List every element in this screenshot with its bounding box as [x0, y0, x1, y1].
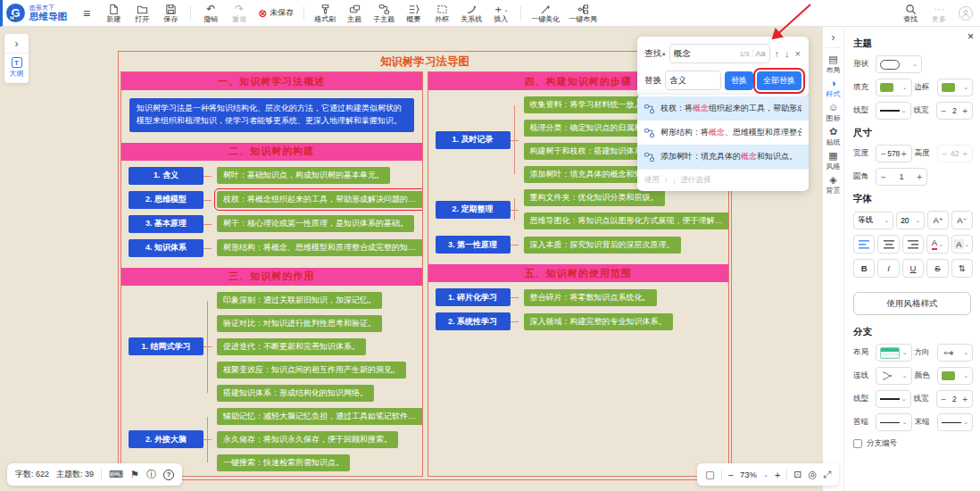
zoom-level[interactable]: 73% [740, 470, 757, 479]
user-avatar[interactable] [959, 6, 973, 21]
subtopic-button[interactable]: 子主题 [369, 0, 399, 27]
close-dialog-icon[interactable]: × [794, 48, 801, 59]
zoom-caret-icon[interactable]: ⌄ [763, 471, 768, 479]
highlight-color-dropdown[interactable]: A⌄ [951, 235, 973, 254]
case-sensitive-toggle[interactable]: Aa [752, 49, 766, 58]
beautify-button[interactable]: 一键美化 [527, 0, 564, 27]
plus-icon[interactable]: + [901, 149, 907, 159]
flag-icon[interactable]: ⚑ [130, 469, 139, 480]
rail-item-sticker[interactable]: ✿贴纸 [826, 127, 841, 147]
plus-icon[interactable]: + [962, 395, 968, 404]
line-type-dropdown[interactable]: ⌄ [876, 102, 911, 120]
child-node[interactable]: 永久储存：将知识永久保存，便于回顾和搜索。 [217, 431, 398, 448]
save-button[interactable]: 保存 [156, 0, 185, 27]
line-height-button[interactable]: ⇅ [951, 259, 973, 278]
child-node[interactable]: 重构文件夹：优化知识分类和层级。 [524, 189, 665, 206]
branch-layout-dropdown[interactable]: ⌄ [876, 344, 912, 362]
app-logo[interactable]: GM 图形天下 思维导图 [3, 4, 74, 22]
fullscreen-icon[interactable]: ⤢ [823, 469, 831, 480]
zoom-out-icon[interactable]: − [728, 470, 734, 480]
auto-layout-button[interactable]: 一键布局 [564, 0, 602, 27]
frame-button[interactable]: 外框 [428, 0, 456, 27]
branch-color-dropdown[interactable]: ⌄ [937, 367, 974, 385]
more-button[interactable]: ··· 更多 [925, 0, 953, 27]
branch-number-checkbox[interactable]: 分支编号 [853, 438, 971, 449]
direction-dropdown[interactable]: ⌄ [937, 344, 974, 362]
child-node[interactable]: 搭建知识体系：形成结构化的知识网络。 [217, 385, 374, 402]
replace-input[interactable]: 含义 [665, 71, 721, 90]
info-icon[interactable]: ⓘ [146, 468, 156, 481]
branch-line-type-dropdown[interactable]: ⌄ [876, 390, 911, 408]
redo-button[interactable]: ↷ 重做 [225, 0, 253, 27]
child-node[interactable]: 枝杈：将概念组织起来的工具，帮助形成解决问题的策略。 [217, 191, 423, 208]
child-node[interactable]: 深入领域：构建完整的专业知识体系。 [524, 313, 673, 330]
outline-button[interactable]: T 大纲 [10, 57, 24, 79]
align-center-button[interactable] [877, 235, 899, 254]
plus-icon[interactable]: + [962, 106, 968, 116]
minus-icon[interactable]: − [942, 106, 947, 116]
find-next-icon[interactable]: ↓ [784, 48, 791, 59]
search-result-item[interactable]: 树形结构：将概念、思维模型和原理整合成完整的... [637, 121, 809, 145]
child-node[interactable]: 核聚变效应：知识点间的相互作用产生新的洞见。 [217, 362, 406, 379]
child-node[interactable]: 一键搜索：快速检索所需知识点。 [217, 454, 350, 471]
parent-node[interactable]: 2. 定期整理 [436, 201, 511, 219]
use-style-button[interactable]: 使用风格样式 [853, 292, 971, 315]
section-header-node[interactable]: 三、知识树的作用 [121, 268, 422, 286]
zoom-in-icon[interactable]: + [775, 470, 780, 480]
width-stepper[interactable]: −578+ [876, 145, 912, 162]
close-panel-icon[interactable]: × [968, 31, 974, 42]
font-color-dropdown[interactable]: A⌄ [926, 235, 948, 254]
child-node[interactable]: 树叶：基础知识点，构成知识树的基本单元。 [217, 167, 390, 184]
minus-icon[interactable]: − [881, 149, 886, 159]
expand-left-rail-icon[interactable]: › [4, 38, 29, 54]
arrow-start-dropdown[interactable]: ⌄ [876, 413, 912, 431]
underline-button[interactable]: U [902, 259, 924, 278]
parent-node[interactable]: 3. 基本原理 [129, 215, 203, 233]
child-node[interactable]: 深入本质：探究知识背后的深层次原理。 [524, 237, 681, 254]
rail-item-background[interactable]: ◈背景 [826, 175, 841, 196]
child-node[interactable]: 印象深刻：通过关联新旧知识，加深记忆。 [217, 292, 382, 309]
relation-line-button[interactable]: 关系线 [456, 0, 486, 27]
search-result-item[interactable]: 枝杈：将概念组织起来的工具，帮助形成解决问题... [637, 96, 809, 121]
child-node[interactable]: 思维导图化：将知识点以图形化方式展现，便于理解和记忆。 [524, 212, 730, 229]
branch-line-width-stepper[interactable]: −2+ [936, 390, 974, 408]
fit-screen-icon[interactable]: ⊡ [793, 469, 801, 480]
italic-button[interactable]: I [877, 259, 899, 278]
child-node[interactable]: 整合碎片：将零散知识点系统化。 [524, 289, 657, 306]
child-node[interactable]: 树形结构：将概念、思维模型和原理整合成完整的知识框架。 [217, 239, 423, 256]
font-decrease-button[interactable]: A⁻ [951, 211, 973, 229]
align-right-button[interactable] [902, 235, 924, 254]
find-previous-icon[interactable]: ↑ [774, 48, 781, 59]
parent-node[interactable]: 3. 第一性原理 [436, 236, 511, 254]
replace-all-button[interactable]: 全部替换 [757, 71, 801, 90]
topic-button[interactable]: 主题 [340, 0, 369, 27]
connline-dropdown[interactable]: ⌄ [876, 367, 912, 385]
minimap-icon[interactable]: ▢ [705, 469, 714, 480]
menu-hamburger-icon[interactable]: ≡ [74, 6, 99, 21]
section-header-node[interactable]: 五、知识树的使用范围 [428, 264, 729, 282]
section-header-node[interactable]: 一、知识树学习法概述 [121, 72, 422, 90]
mindmap-canvas[interactable]: › T 大纲 知识树学习法导图 一、知识树学习法概述知识树学习法是一种将知识结构… [0, 27, 822, 491]
plus-icon[interactable]: + [917, 172, 922, 182]
minus-icon[interactable]: − [881, 172, 886, 182]
help-icon[interactable]: ? [163, 470, 174, 480]
line-width-stepper[interactable]: −2+ [936, 102, 974, 120]
child-node[interactable]: 促进迭代：不断更新和完善知识体系。 [217, 338, 366, 355]
find-button[interactable]: 查找 [896, 0, 925, 27]
parent-node[interactable]: 1. 碎片化学习 [436, 288, 511, 306]
locate-center-icon[interactable]: ◎ [809, 469, 818, 480]
bold-button[interactable]: B [853, 259, 875, 278]
fill-color-dropdown[interactable]: ⌄ [876, 79, 912, 96]
parent-node[interactable]: 2. 思维模型 [129, 191, 203, 209]
find-mode-toggle[interactable]: 查找▴ [644, 48, 666, 60]
parent-node[interactable]: 2. 系统性学习 [436, 312, 511, 330]
parent-node[interactable]: 1. 含义 [129, 167, 203, 185]
align-left-button[interactable] [853, 235, 875, 254]
parent-node[interactable]: 2. 外接大脑 [129, 430, 203, 448]
child-node[interactable]: 验证对比：对知识进行批判性思考和验证。 [217, 315, 382, 332]
replace-button[interactable]: 替换 [725, 71, 753, 90]
format-painter-button[interactable]: 格式刷 [310, 0, 340, 27]
new-button[interactable]: 新建 [99, 0, 128, 27]
font-family-dropdown[interactable]: 等线⌄ [853, 212, 893, 229]
arrow-end-dropdown[interactable]: ⌄ [937, 413, 974, 431]
